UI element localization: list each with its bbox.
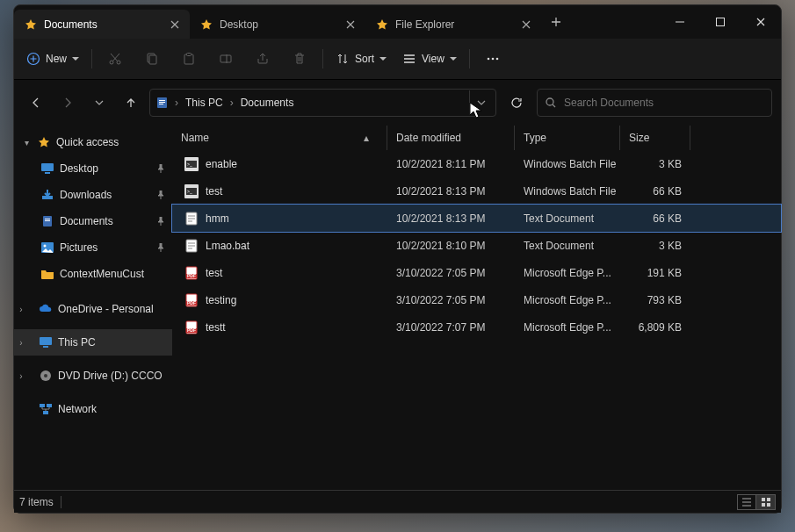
crumb-this-pc[interactable]: This PC [184, 97, 225, 109]
tab-label: File Explorer [395, 18, 454, 31]
file-size: 6,809 KB [620, 321, 690, 334]
view-button[interactable]: View [395, 43, 464, 75]
file-row[interactable]: >_test 10/2/2021 8:13 PM Windows Batch F… [172, 177, 781, 205]
cut-button[interactable] [98, 43, 133, 75]
close-icon[interactable] [344, 18, 357, 31]
svg-text:PDF: PDF [187, 273, 196, 278]
chevron-right-icon: › [16, 338, 26, 348]
nav-this-pc[interactable]: › This PC [14, 329, 172, 356]
path-dropdown[interactable] [469, 90, 492, 115]
svg-point-11 [496, 58, 499, 61]
nav-label: Pictures [60, 241, 98, 254]
nav-item-documents[interactable]: Documents [14, 208, 172, 234]
svg-point-2 [110, 61, 113, 64]
minimize-button[interactable] [660, 8, 700, 36]
sort-asc-icon: ▴ [364, 132, 369, 144]
breadcrumb-bar[interactable]: › This PC › Documents [149, 89, 496, 117]
copy-icon [145, 52, 159, 66]
svg-point-9 [488, 58, 490, 61]
back-button[interactable] [23, 90, 49, 116]
svg-text:>_: >_ [187, 162, 192, 167]
refresh-button[interactable] [502, 89, 531, 117]
share-button[interactable] [245, 43, 280, 75]
close-button[interactable] [741, 8, 781, 36]
svg-rect-52 [767, 503, 770, 507]
col-size[interactable]: Size [620, 126, 690, 150]
file-row[interactable]: Lmao.bat 10/2/2021 8:10 PM Text Document… [172, 232, 781, 259]
svg-point-28 [44, 374, 47, 377]
col-date[interactable]: Date modified [387, 126, 515, 150]
rename-button[interactable] [208, 43, 243, 75]
nav-item-desktop[interactable]: Desktop [14, 155, 172, 182]
documents-icon [40, 214, 54, 228]
pin-icon [156, 191, 165, 199]
nav-item-pictures[interactable]: Pictures [14, 234, 172, 261]
file-date: 3/10/2022 7:05 PM [387, 294, 515, 306]
svg-rect-25 [40, 337, 52, 345]
crumb-documents[interactable]: Documents [239, 97, 296, 109]
file-row[interactable]: PDFtesting 3/10/2022 7:05 PM Microsoft E… [172, 286, 781, 313]
refresh-icon [510, 96, 524, 110]
new-button[interactable]: New [19, 43, 86, 75]
file-size: 66 KB [620, 185, 690, 198]
close-icon[interactable] [520, 18, 532, 31]
svg-rect-51 [762, 503, 765, 507]
file-row[interactable]: PDFtest 3/10/2022 7:05 PM Microsoft Edge… [172, 259, 781, 286]
nav-label: Desktop [60, 162, 98, 175]
nav-item-downloads[interactable]: Downloads [14, 182, 172, 208]
svg-rect-0 [717, 18, 725, 26]
tab-desktop[interactable]: Desktop [190, 10, 365, 39]
maximize-button[interactable] [700, 8, 741, 36]
titlebar[interactable]: Documents Desktop File Explorer [14, 5, 781, 39]
nav-network[interactable]: › Network [14, 396, 172, 422]
star-icon [200, 18, 213, 31]
up-button[interactable] [118, 90, 144, 116]
nav-onedrive[interactable]: › OneDrive - Personal [14, 296, 172, 322]
tab-documents[interactable]: Documents [14, 10, 190, 39]
nav-item-contextmenucust[interactable]: ContextMenuCust [14, 261, 172, 287]
close-icon[interactable] [169, 18, 181, 31]
file-type: Windows Batch File [515, 185, 620, 198]
file-name: testt [206, 321, 226, 334]
downloads-icon [40, 188, 54, 202]
scissors-icon [108, 52, 122, 66]
file-name: test [206, 185, 222, 198]
pin-icon [156, 243, 165, 252]
new-label: New [46, 53, 67, 65]
file-row[interactable]: PDFtestt 3/10/2022 7:07 PM Microsoft Edg… [172, 313, 781, 341]
svg-text:>_: >_ [187, 189, 192, 194]
forward-button[interactable] [54, 90, 81, 116]
search-box[interactable] [537, 89, 772, 117]
svg-text:PDF: PDF [187, 327, 196, 333]
copy-button[interactable] [134, 43, 170, 75]
col-type[interactable]: Type [515, 126, 620, 150]
file-row[interactable]: hmm 10/2/2021 8:13 PM Text Document 66 K… [172, 205, 781, 232]
view-thumbnails-button[interactable] [756, 494, 776, 510]
sort-button[interactable]: Sort [329, 43, 394, 75]
svg-rect-29 [40, 404, 45, 407]
file-type: Microsoft Edge P... [515, 294, 620, 306]
file-row[interactable]: >_enable 10/2/2021 8:11 PM Windows Batch… [172, 150, 781, 177]
delete-button[interactable] [282, 43, 317, 75]
more-icon [486, 52, 500, 66]
svg-rect-8 [220, 55, 231, 62]
txt-icon [184, 239, 199, 253]
nav-quick-access[interactable]: ▾ Quick access [14, 129, 172, 155]
paste-button[interactable] [171, 43, 206, 75]
col-name[interactable]: Name▴ [172, 126, 387, 150]
search-input[interactable] [564, 97, 764, 109]
view-details-button[interactable] [737, 494, 756, 510]
file-date: 10/2/2021 8:13 PM [387, 185, 515, 198]
file-name: hmm [206, 212, 229, 225]
new-tab-button[interactable] [541, 17, 571, 27]
svg-rect-14 [159, 102, 165, 103]
sort-icon [336, 52, 350, 66]
tab-file-explorer[interactable]: File Explorer [365, 10, 541, 39]
item-count: 7 items [19, 496, 54, 508]
more-button[interactable] [475, 43, 510, 75]
svg-point-10 [492, 58, 495, 61]
history-dropdown[interactable] [86, 90, 112, 116]
bat-icon: >_ [184, 157, 199, 171]
star-icon [25, 18, 37, 31]
nav-dvd[interactable]: › DVD Drive (D:) CCCO [14, 363, 172, 389]
